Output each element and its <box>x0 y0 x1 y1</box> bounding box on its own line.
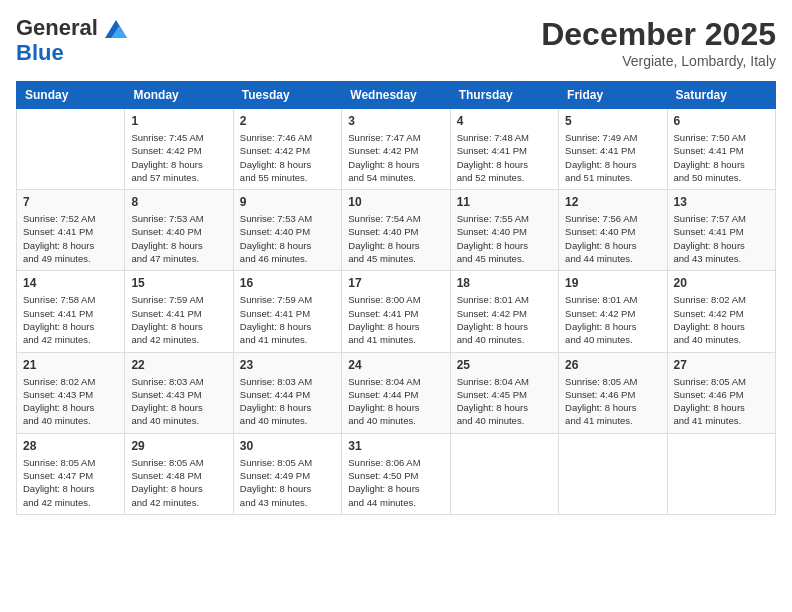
day-info: Sunrise: 8:02 AM Sunset: 4:42 PM Dayligh… <box>674 293 769 346</box>
weekday-header-tuesday: Tuesday <box>233 82 341 109</box>
day-info: Sunrise: 8:05 AM Sunset: 4:46 PM Dayligh… <box>674 375 769 428</box>
day-number: 1 <box>131 114 226 128</box>
day-info: Sunrise: 7:54 AM Sunset: 4:40 PM Dayligh… <box>348 212 443 265</box>
day-info: Sunrise: 8:01 AM Sunset: 4:42 PM Dayligh… <box>457 293 552 346</box>
logo-text-line2: Blue <box>16 40 64 65</box>
title-block: December 2025 Vergiate, Lombardy, Italy <box>541 16 776 69</box>
calendar-week-4: 28Sunrise: 8:05 AM Sunset: 4:47 PM Dayli… <box>17 433 776 514</box>
day-info: Sunrise: 8:03 AM Sunset: 4:43 PM Dayligh… <box>131 375 226 428</box>
calendar-cell: 1Sunrise: 7:45 AM Sunset: 4:42 PM Daylig… <box>125 109 233 190</box>
calendar-table: SundayMondayTuesdayWednesdayThursdayFrid… <box>16 81 776 515</box>
calendar-cell: 18Sunrise: 8:01 AM Sunset: 4:42 PM Dayli… <box>450 271 558 352</box>
day-info: Sunrise: 8:02 AM Sunset: 4:43 PM Dayligh… <box>23 375 118 428</box>
day-info: Sunrise: 7:55 AM Sunset: 4:40 PM Dayligh… <box>457 212 552 265</box>
day-number: 19 <box>565 276 660 290</box>
day-number: 17 <box>348 276 443 290</box>
day-number: 6 <box>674 114 769 128</box>
weekday-row: SundayMondayTuesdayWednesdayThursdayFrid… <box>17 82 776 109</box>
calendar-cell: 24Sunrise: 8:04 AM Sunset: 4:44 PM Dayli… <box>342 352 450 433</box>
day-number: 14 <box>23 276 118 290</box>
day-info: Sunrise: 8:00 AM Sunset: 4:41 PM Dayligh… <box>348 293 443 346</box>
day-number: 13 <box>674 195 769 209</box>
calendar-cell: 13Sunrise: 7:57 AM Sunset: 4:41 PM Dayli… <box>667 190 775 271</box>
day-number: 20 <box>674 276 769 290</box>
day-info: Sunrise: 8:05 AM Sunset: 4:46 PM Dayligh… <box>565 375 660 428</box>
day-number: 12 <box>565 195 660 209</box>
day-info: Sunrise: 7:58 AM Sunset: 4:41 PM Dayligh… <box>23 293 118 346</box>
calendar-cell <box>450 433 558 514</box>
calendar-cell: 17Sunrise: 8:00 AM Sunset: 4:41 PM Dayli… <box>342 271 450 352</box>
day-info: Sunrise: 7:53 AM Sunset: 4:40 PM Dayligh… <box>131 212 226 265</box>
day-info: Sunrise: 8:01 AM Sunset: 4:42 PM Dayligh… <box>565 293 660 346</box>
calendar-cell: 5Sunrise: 7:49 AM Sunset: 4:41 PM Daylig… <box>559 109 667 190</box>
logo: General Blue <box>16 16 127 66</box>
weekday-header-sunday: Sunday <box>17 82 125 109</box>
day-number: 27 <box>674 358 769 372</box>
calendar-cell: 3Sunrise: 7:47 AM Sunset: 4:42 PM Daylig… <box>342 109 450 190</box>
calendar-cell: 2Sunrise: 7:46 AM Sunset: 4:42 PM Daylig… <box>233 109 341 190</box>
day-number: 22 <box>131 358 226 372</box>
day-info: Sunrise: 8:06 AM Sunset: 4:50 PM Dayligh… <box>348 456 443 509</box>
calendar-cell: 25Sunrise: 8:04 AM Sunset: 4:45 PM Dayli… <box>450 352 558 433</box>
day-number: 31 <box>348 439 443 453</box>
calendar-cell <box>17 109 125 190</box>
calendar-cell: 28Sunrise: 8:05 AM Sunset: 4:47 PM Dayli… <box>17 433 125 514</box>
day-info: Sunrise: 8:04 AM Sunset: 4:44 PM Dayligh… <box>348 375 443 428</box>
calendar-week-2: 14Sunrise: 7:58 AM Sunset: 4:41 PM Dayli… <box>17 271 776 352</box>
calendar-week-1: 7Sunrise: 7:52 AM Sunset: 4:41 PM Daylig… <box>17 190 776 271</box>
day-number: 24 <box>348 358 443 372</box>
day-number: 25 <box>457 358 552 372</box>
calendar-cell: 4Sunrise: 7:48 AM Sunset: 4:41 PM Daylig… <box>450 109 558 190</box>
calendar-cell: 20Sunrise: 8:02 AM Sunset: 4:42 PM Dayli… <box>667 271 775 352</box>
logo-icon <box>105 20 127 38</box>
day-info: Sunrise: 7:59 AM Sunset: 4:41 PM Dayligh… <box>131 293 226 346</box>
day-number: 7 <box>23 195 118 209</box>
day-number: 16 <box>240 276 335 290</box>
calendar-cell: 31Sunrise: 8:06 AM Sunset: 4:50 PM Dayli… <box>342 433 450 514</box>
weekday-header-friday: Friday <box>559 82 667 109</box>
weekday-header-monday: Monday <box>125 82 233 109</box>
day-info: Sunrise: 7:47 AM Sunset: 4:42 PM Dayligh… <box>348 131 443 184</box>
day-number: 3 <box>348 114 443 128</box>
calendar-cell: 10Sunrise: 7:54 AM Sunset: 4:40 PM Dayli… <box>342 190 450 271</box>
day-number: 10 <box>348 195 443 209</box>
day-number: 29 <box>131 439 226 453</box>
day-info: Sunrise: 7:49 AM Sunset: 4:41 PM Dayligh… <box>565 131 660 184</box>
weekday-header-thursday: Thursday <box>450 82 558 109</box>
day-number: 30 <box>240 439 335 453</box>
day-info: Sunrise: 7:46 AM Sunset: 4:42 PM Dayligh… <box>240 131 335 184</box>
day-info: Sunrise: 7:53 AM Sunset: 4:40 PM Dayligh… <box>240 212 335 265</box>
logo-text-line1: General <box>16 15 98 40</box>
calendar-cell: 29Sunrise: 8:05 AM Sunset: 4:48 PM Dayli… <box>125 433 233 514</box>
weekday-header-saturday: Saturday <box>667 82 775 109</box>
day-info: Sunrise: 7:52 AM Sunset: 4:41 PM Dayligh… <box>23 212 118 265</box>
calendar-cell: 14Sunrise: 7:58 AM Sunset: 4:41 PM Dayli… <box>17 271 125 352</box>
calendar-cell: 12Sunrise: 7:56 AM Sunset: 4:40 PM Dayli… <box>559 190 667 271</box>
month-title: December 2025 <box>541 16 776 53</box>
calendar-body: 1Sunrise: 7:45 AM Sunset: 4:42 PM Daylig… <box>17 109 776 515</box>
day-number: 28 <box>23 439 118 453</box>
day-number: 4 <box>457 114 552 128</box>
day-number: 21 <box>23 358 118 372</box>
calendar-cell: 19Sunrise: 8:01 AM Sunset: 4:42 PM Dayli… <box>559 271 667 352</box>
calendar-cell: 16Sunrise: 7:59 AM Sunset: 4:41 PM Dayli… <box>233 271 341 352</box>
day-number: 18 <box>457 276 552 290</box>
day-number: 9 <box>240 195 335 209</box>
day-info: Sunrise: 8:05 AM Sunset: 4:49 PM Dayligh… <box>240 456 335 509</box>
day-number: 11 <box>457 195 552 209</box>
day-number: 5 <box>565 114 660 128</box>
day-info: Sunrise: 7:56 AM Sunset: 4:40 PM Dayligh… <box>565 212 660 265</box>
calendar-cell: 30Sunrise: 8:05 AM Sunset: 4:49 PM Dayli… <box>233 433 341 514</box>
location-title: Vergiate, Lombardy, Italy <box>541 53 776 69</box>
weekday-header-wednesday: Wednesday <box>342 82 450 109</box>
day-number: 2 <box>240 114 335 128</box>
calendar-cell: 26Sunrise: 8:05 AM Sunset: 4:46 PM Dayli… <box>559 352 667 433</box>
calendar-week-3: 21Sunrise: 8:02 AM Sunset: 4:43 PM Dayli… <box>17 352 776 433</box>
day-info: Sunrise: 8:03 AM Sunset: 4:44 PM Dayligh… <box>240 375 335 428</box>
calendar-cell: 23Sunrise: 8:03 AM Sunset: 4:44 PM Dayli… <box>233 352 341 433</box>
page-header: General Blue December 2025 Vergiate, Lom… <box>16 16 776 69</box>
day-info: Sunrise: 8:05 AM Sunset: 4:47 PM Dayligh… <box>23 456 118 509</box>
day-info: Sunrise: 7:48 AM Sunset: 4:41 PM Dayligh… <box>457 131 552 184</box>
day-number: 26 <box>565 358 660 372</box>
calendar-cell: 22Sunrise: 8:03 AM Sunset: 4:43 PM Dayli… <box>125 352 233 433</box>
